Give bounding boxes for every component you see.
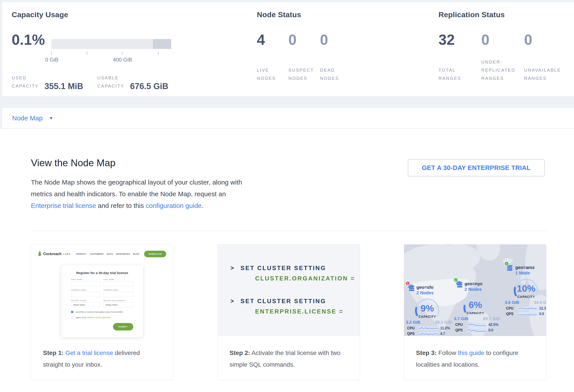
qps-value: 0.0 [488,328,493,332]
replication-status-title: Replication Status [438,10,505,19]
company-email-label: COMPANY EMAIL [103,289,133,291]
capacity-gauge: 6% CAPACITY [457,294,494,319]
error-badge: 1 [405,281,410,286]
configuration-guide-link[interactable]: configuration guide [146,202,202,209]
capacity-usage-title: Capacity Usage [12,10,68,19]
locality-name: geo=ams [515,265,534,270]
step2-card: >SET CLUSTER SETTING CLUSTER.ORGANIZATIO… [217,244,360,380]
node-count: 1 Node [515,270,534,276]
qps-label: QPS [506,312,516,316]
capacity-metrics: USED CAPACITY 355.1 MiB USABLE CAPACITY … [12,70,168,90]
step3-label: Step 3: [416,350,436,356]
step3-caption: Step 3: Follow this guide to configure l… [404,336,546,370]
nav-resources: RESOURCES [116,253,130,255]
cluster-summary-panel: Capacity Usage 0.1% 0 GiB 400 GiB USED C… [2,2,574,96]
capacity-usage-section: Capacity Usage [12,10,68,19]
capacity-percent: 6% [457,300,494,310]
enterprise-trial-license-link[interactable]: Enterprise trial license [31,202,96,209]
map-node-nyc: ✓ geo=nyc 2 Nodes [455,281,503,332]
last-name-label: LAST NAME [103,279,133,280]
map-node-sfo: 1 geo=sfo 2 Nodes [407,285,455,336]
cockroach-bug-icon [38,251,42,257]
cpu-sparkline [518,306,537,310]
form-title: Register for a 30-day trial license [71,271,133,275]
site-nav: PRODUCT CUSTOMERS DOCS RESOURCES BLOG DO… [76,251,166,257]
license-agree-label: I agree to the Software License Agreemen… [75,316,111,318]
under-replicated-ranges-value: 0 [481,32,524,47]
capacity-percent: 9% [409,303,446,314]
node-count: 2 Nodes [465,286,483,292]
live-nodes-value: 4 [257,32,288,47]
capacity-tick [51,52,52,55]
unavailable-ranges-value: 0 [524,32,567,47]
cpu-value: 11.0% [440,326,450,330]
capacity-gauge: 10% CAPACITY [507,278,545,303]
suspect-nodes-value: 0 [288,32,320,47]
email-updates-checkbox: ✓ [71,311,73,313]
capacity-bar: 0 GiB 400 GiB [51,39,171,49]
capacity-tick-label-0: 0 GiB [45,57,59,63]
locality-name: geo=nyc [465,281,483,286]
database-icon [408,285,414,291]
node-map-dropdown[interactable]: Node Map ▼ [2,108,574,129]
step2-code-panel: >SET CLUSTER SETTING CLUSTER.ORGANIZATIO… [218,244,360,336]
capacity-tick-label-400: 400 GiB [113,57,132,63]
get-enterprise-trial-button[interactable]: GET A 30-DAY ENTERPRISE TRIAL [408,159,545,176]
software-license-link: Software License Agreement. [86,316,111,318]
trial-license-form: Register for a 30-day trial license FIRS… [61,265,143,337]
description-text: and refer to this [96,202,146,209]
step3-card: 1 geo=sfo 2 Nodes [404,244,546,380]
last-name-field [103,281,133,286]
description-text: . [202,202,204,209]
qps-sparkline [518,312,537,316]
total-ranges-value: 32 [438,32,481,47]
step2-caption: Step 2: Activate the trial license with … [218,336,360,370]
used-gib: 3.6 GiB [505,300,519,305]
description-text: The Node Map shows the geographical layo… [31,179,242,198]
database-icon [456,281,462,287]
qps-sparkline [467,328,486,332]
dead-nodes-value: 0 [320,32,351,47]
nav-customers: CUSTOMERS [90,253,103,255]
sql-statement-1: >SET CLUSTER SETTING [230,265,360,272]
sql-setting-license: ENTERPRISE.LICENSE = [255,308,360,315]
capacity-tick [122,52,123,55]
qps-value: 4.7 [440,332,445,336]
healthy-badge: ✓ [453,278,458,282]
step1-card: Cockroach LABS PRODUCT CUSTOMERS DOCS RE… [31,244,173,380]
usable-capacity-label: USABLE [97,74,124,82]
company-email-field [103,292,133,297]
suspect-nodes-label: SUSPECT NODES [288,66,320,82]
under-replicated-ranges-label: UNDER- REPLICATED RANGES [481,58,524,82]
cpu-sparkline [467,323,486,327]
section-divider [31,231,546,231]
nav-blog: BLOG [133,253,140,255]
first-name-field [71,281,101,286]
used-gib: 3.7 GiB [454,316,468,321]
cpu-label: CPU [407,326,417,330]
qps-label: QPS [455,328,465,332]
project-phase-label: PROJECT PHASE [71,300,101,301]
submit-button: SUBMIT [113,323,134,331]
total-gib: 65.7 GiB [483,316,500,321]
step2-label: Step 2: [229,350,250,356]
cpu-label: CPU [455,323,465,327]
node-map-description: The Node Map shows the geographical layo… [31,176,246,211]
cockroach-labs-logo: Cockroach LABS [38,251,71,257]
dead-nodes-label: DEAD NODES [320,66,351,82]
get-trial-license-link[interactable]: Get a trial license [65,350,113,356]
company-name-label: COMPANY NAME [71,289,101,291]
this-guide-link[interactable]: this guide [458,350,484,356]
capacity-percent: 10% [507,283,545,294]
map-node-ams: ✓ geo=ams 1 Node [506,265,546,316]
node-map-promo-area: View the Node Map The Node Map shows the… [0,129,574,392]
capacity-tick [87,52,87,55]
capacity-tick [158,52,159,55]
unavailable-ranges-label: UNAVAILABLE RANGES [524,66,567,82]
cpu-value: 12.3% [539,306,546,310]
email-updates-label: I would like to receive email updates ab… [75,311,123,313]
cpu-label: CPU [506,306,516,310]
used-gib: 3.2 GiB [406,320,420,325]
prompt-icon: > [230,265,235,271]
node-map-dropdown-label: Node Map [12,114,42,122]
